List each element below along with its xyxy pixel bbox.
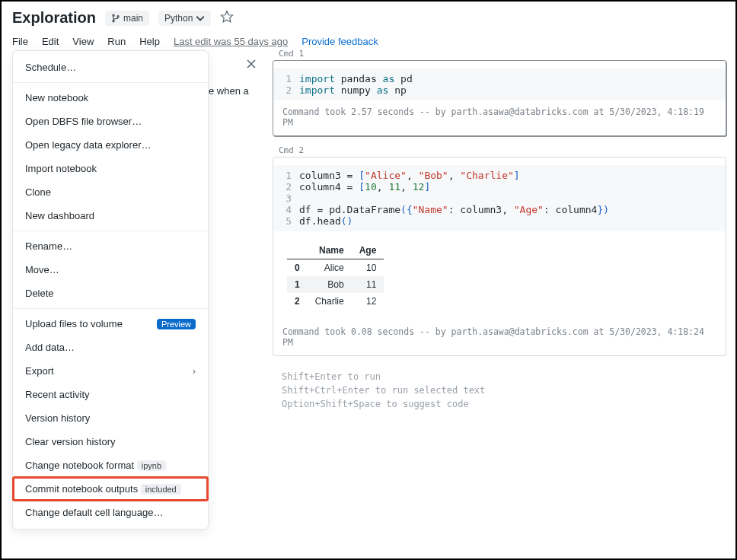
line-number: 1 <box>273 170 299 181</box>
file-menu-dropdown: Schedule… New notebook Open DBFS file br… <box>12 50 209 530</box>
menu-item-move[interactable]: Move… <box>13 258 208 282</box>
menu-item-commit-outputs[interactable]: Commit notebook outputs included <box>13 477 208 501</box>
star-icon[interactable] <box>220 10 234 26</box>
keyboard-hints: Shift+Enter to runShift+Ctrl+Enter to ru… <box>273 364 726 417</box>
df-row-index: 0 <box>287 259 308 277</box>
menu-run[interactable]: Run <box>107 36 126 47</box>
hint-line: Option+Shift+Space to suggest code <box>282 397 717 411</box>
chevron-right-icon: › <box>193 365 196 377</box>
dataframe-output: NameAge 0Alice101Bob112Charlie12 <box>287 242 384 310</box>
code-line[interactable]: import numpy as np <box>299 84 407 96</box>
menu-item-delete[interactable]: Delete <box>13 282 208 305</box>
line-number: 4 <box>273 204 299 215</box>
branch-icon <box>111 14 120 23</box>
menu-item-change-format[interactable]: Change notebook format ipynb <box>13 453 208 477</box>
notebook-title[interactable]: Exploration <box>12 9 96 27</box>
code-line[interactable]: df.head() <box>299 215 353 227</box>
menu-file[interactable]: File <box>12 36 28 47</box>
line-number: 2 <box>273 181 299 192</box>
code-line[interactable]: column4 = [10, 11, 12] <box>299 181 430 192</box>
chevron-down-icon <box>196 14 205 23</box>
menu-item-clone[interactable]: Clone <box>13 180 208 204</box>
menu-item-recent-activity[interactable]: Recent activity <box>13 383 208 406</box>
commit-outputs-badge: included <box>141 484 181 495</box>
menu-view[interactable]: View <box>72 36 94 47</box>
cell-status: Command took 2.57 seconds -- by parth.as… <box>273 100 726 135</box>
cell-label: Cmd 2 <box>273 144 726 157</box>
menu-item-clear-version[interactable]: Clear version history <box>13 430 208 453</box>
code-cell-2[interactable]: 1column3 = ["Alice", "Bob", "Charlie"]2c… <box>273 157 726 356</box>
df-cell: Bob <box>308 276 352 293</box>
code-line[interactable]: df = pd.DataFrame({"Name": column3, "Age… <box>299 204 609 215</box>
menu-item-open-dbfs[interactable]: Open DBFS file browser… <box>13 110 208 133</box>
menu-item-import-notebook[interactable]: Import notebook <box>13 157 208 180</box>
menu-item-new-notebook[interactable]: New notebook <box>13 86 208 110</box>
menu-item-export[interactable]: Export › <box>13 359 208 383</box>
code-line[interactable]: import pandas as pd <box>299 73 413 84</box>
hint-line: Shift+Ctrl+Enter to run selected text <box>282 383 717 397</box>
language-chip[interactable]: Python <box>158 11 211 26</box>
code-editor[interactable]: 1import pandas as pd2import numpy as np <box>273 68 726 100</box>
preview-badge: Preview <box>157 319 196 329</box>
df-cell: 11 <box>352 276 384 293</box>
branch-chip[interactable]: main <box>105 11 149 26</box>
df-column-header: Name <box>308 242 352 259</box>
code-cell-1[interactable]: 1import pandas as pd2import numpy as np … <box>273 60 726 136</box>
code-editor[interactable]: 1column3 = ["Alice", "Bob", "Charlie"]2c… <box>273 165 726 231</box>
menu-item-rename[interactable]: Rename… <box>13 234 208 258</box>
last-edit-link[interactable]: Last edit was 55 days ago <box>174 36 288 47</box>
df-cell: 12 <box>352 293 384 310</box>
svg-point-1 <box>113 20 114 21</box>
df-cell: 10 <box>352 259 384 277</box>
svg-marker-3 <box>222 11 233 22</box>
df-cell: Charlie <box>308 293 352 310</box>
menu-item-version-history[interactable]: Version history <box>13 406 208 430</box>
df-row-index: 2 <box>287 293 308 310</box>
feedback-link[interactable]: Provide feedback <box>302 36 378 47</box>
close-icon[interactable] <box>245 58 257 72</box>
menu-item-schedule[interactable]: Schedule… <box>13 56 208 79</box>
menu-item-change-lang[interactable]: Change default cell language… <box>13 501 208 524</box>
menu-item-add-data[interactable]: Add data… <box>13 336 208 359</box>
line-number: 5 <box>273 215 299 227</box>
menu-item-open-legacy[interactable]: Open legacy data explorer… <box>13 133 208 157</box>
menu-help[interactable]: Help <box>139 36 160 47</box>
notebook-header: Exploration main Python File Edit View R… <box>2 2 735 53</box>
menu-edit[interactable]: Edit <box>42 36 59 47</box>
menu-item-upload-volume[interactable]: Upload files to volume Preview <box>13 312 208 336</box>
cell-label: Cmd 1 <box>273 47 726 60</box>
notebook-body: Cmd 1 1import pandas as pd2import numpy … <box>273 47 726 551</box>
df-column-header: Age <box>352 242 384 259</box>
cell-status: Command took 0.08 seconds -- by parth.as… <box>273 320 726 355</box>
format-badge: ipynb <box>137 460 166 471</box>
code-line[interactable]: column3 = ["Alice", "Bob", "Charlie"] <box>299 170 520 181</box>
line-number: 3 <box>273 192 299 204</box>
df-cell: Alice <box>308 259 352 277</box>
language-name: Python <box>164 13 193 24</box>
branch-name: main <box>123 13 143 24</box>
svg-point-2 <box>117 15 119 17</box>
line-number: 2 <box>273 84 299 96</box>
svg-point-0 <box>113 14 114 16</box>
menu-item-new-dashboard[interactable]: New dashboard <box>13 204 208 228</box>
line-number: 1 <box>273 73 299 84</box>
background-text-fragment: e when a <box>209 85 249 97</box>
hint-line: Shift+Enter to run <box>282 370 717 383</box>
df-row-index: 1 <box>287 276 308 293</box>
